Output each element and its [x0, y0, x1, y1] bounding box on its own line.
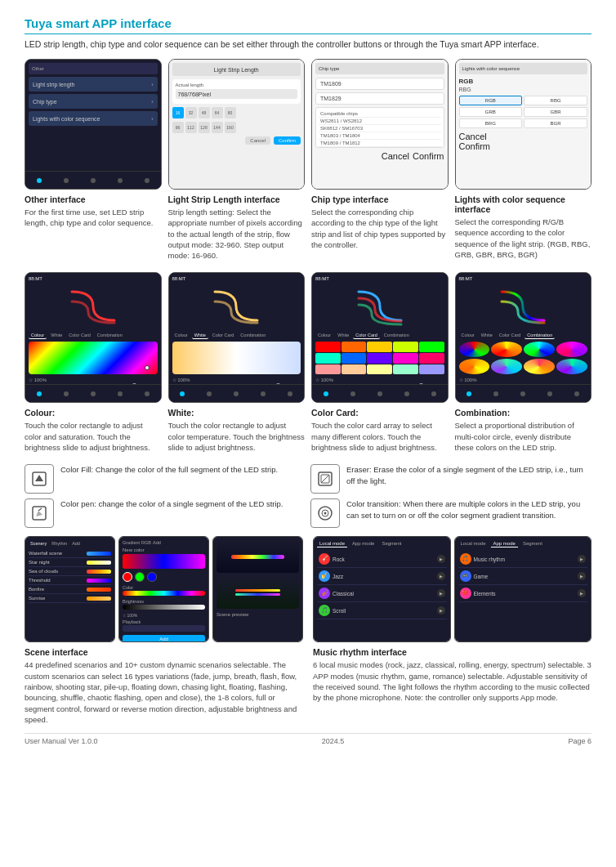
- edit-tab-add[interactable]: Add: [153, 540, 161, 545]
- seq-cancel-btn[interactable]: Cancel: [459, 132, 588, 141]
- cc-cell-5[interactable]: [419, 342, 444, 352]
- tab-color-card[interactable]: Color Card: [66, 332, 93, 339]
- app-tab-segment[interactable]: Segment: [520, 540, 545, 547]
- cc-cell-10[interactable]: [419, 353, 444, 364]
- seq-confirm-btn[interactable]: Confirm: [459, 141, 588, 151]
- edit-hue-slider[interactable]: [123, 591, 205, 596]
- pixel-opt-9[interactable]: 144: [212, 122, 223, 133]
- app-tab-local[interactable]: Local mode: [458, 540, 489, 547]
- pixel-opt-4[interactable]: 64: [212, 107, 223, 118]
- cc-cell-13[interactable]: [367, 364, 392, 375]
- combotab-colour[interactable]: Colour: [459, 332, 477, 339]
- combo-circle-6[interactable]: [491, 359, 522, 374]
- combo-percent: ☆ 100%: [459, 377, 588, 382]
- music-tab-app[interactable]: App mode: [350, 540, 377, 547]
- combo-circle-5[interactable]: [459, 359, 490, 374]
- pixel-opt-1[interactable]: 16: [172, 107, 184, 118]
- wtab-combination[interactable]: Combination: [238, 332, 268, 339]
- cc-cell-15[interactable]: [419, 364, 444, 375]
- combotab-white[interactable]: White: [479, 332, 495, 339]
- cc-cell-1[interactable]: [315, 342, 341, 352]
- cc-cell-8[interactable]: [367, 353, 392, 364]
- combo-circle-3[interactable]: [524, 342, 555, 357]
- pixel-opt-3[interactable]: 48: [199, 107, 210, 118]
- screen-scene-preview: Scene preview: [213, 537, 302, 641]
- seq-gbr[interactable]: GBR: [524, 107, 587, 117]
- cc-cell-2[interactable]: [341, 342, 367, 352]
- cc-cell-12[interactable]: [341, 364, 367, 375]
- card-other-interface: Other Light strip length › Chip type › L…: [25, 59, 162, 261]
- seq-bgr[interactable]: BGR: [524, 118, 587, 128]
- app-tab-app[interactable]: App mode: [491, 540, 518, 547]
- colour-wheel[interactable]: [29, 342, 158, 374]
- phone-combination: 88:MT: [455, 272, 592, 403]
- pixel-opt-7[interactable]: 112: [185, 122, 197, 133]
- seq-grb[interactable]: GRB: [459, 107, 523, 117]
- combo-circle-1[interactable]: [459, 342, 490, 357]
- cctab-white[interactable]: White: [335, 332, 351, 339]
- edit-dot-green[interactable]: [135, 572, 145, 582]
- card-title-strip: Light Strip Length interface: [168, 194, 306, 204]
- cc-cell-7[interactable]: [341, 353, 367, 364]
- colour-nav-1: [37, 391, 42, 396]
- strip-length-cancel-btn[interactable]: Cancel: [245, 136, 270, 145]
- pixel-opt-10[interactable]: 160: [225, 122, 236, 133]
- jazz-play-btn[interactable]: ▶: [437, 572, 445, 580]
- rock-play-btn[interactable]: ▶: [437, 555, 445, 563]
- seq-rgb[interactable]: RGB: [459, 96, 523, 105]
- tab-white[interactable]: White: [48, 332, 65, 339]
- scene-tab-add[interactable]: Add: [70, 540, 82, 547]
- seq-brg[interactable]: BRG: [459, 118, 523, 128]
- cc-cell-14[interactable]: [393, 364, 418, 375]
- cc-cell-3[interactable]: [367, 342, 392, 352]
- wtab-colour[interactable]: Colour: [172, 332, 190, 339]
- jazz-label: Jazz: [333, 574, 343, 579]
- chip-confirm-btn[interactable]: Confirm: [413, 151, 444, 161]
- wtab-white[interactable]: White: [192, 332, 208, 339]
- music-tab-local[interactable]: Local mode: [317, 540, 347, 547]
- cc-cell-11[interactable]: [315, 364, 341, 375]
- combo-circle-4[interactable]: [556, 342, 587, 357]
- combo-circle-8[interactable]: [556, 359, 587, 374]
- edit-playback-bar[interactable]: [123, 625, 205, 632]
- tab-combination[interactable]: Combination: [95, 332, 125, 339]
- music-tab-segment[interactable]: Segment: [379, 540, 404, 547]
- seq-rbg[interactable]: RBG: [524, 96, 587, 105]
- scene-vis-3: [87, 570, 111, 574]
- edit-tab-gradient[interactable]: Gradient: [123, 540, 140, 545]
- cc-cell-6[interactable]: [315, 353, 341, 364]
- rhythm-play-btn[interactable]: ▶: [578, 555, 586, 563]
- scene-tab-scene[interactable]: Scenery: [29, 540, 48, 547]
- wtab-color-card[interactable]: Color Card: [210, 332, 237, 339]
- scroll-play-btn[interactable]: ▶: [437, 606, 445, 614]
- cctab-combination[interactable]: Combination: [382, 332, 412, 339]
- pixel-opt-5[interactable]: 80: [225, 107, 236, 118]
- combo-circle-2[interactable]: [491, 342, 522, 357]
- edit-brightness-bar[interactable]: [123, 605, 205, 610]
- cctab-colour[interactable]: Colour: [315, 332, 333, 339]
- edit-tab-rgb[interactable]: RGB: [141, 540, 151, 545]
- romance-play-btn[interactable]: ▶: [578, 589, 586, 597]
- edit-dot-blue[interactable]: [147, 572, 157, 582]
- combotab-combination[interactable]: Combination: [524, 332, 555, 339]
- edit-dot-red[interactable]: [123, 572, 132, 582]
- pixel-opt-8[interactable]: 128: [199, 122, 210, 133]
- colour-led-svg: [64, 284, 123, 328]
- tab-colour[interactable]: Colour: [29, 332, 47, 339]
- strip-length-confirm-btn[interactable]: Confirm: [274, 136, 301, 145]
- chip-cancel-btn[interactable]: Cancel: [382, 151, 409, 161]
- combo-circle-7[interactable]: [524, 359, 555, 374]
- nav-dot-1: [37, 178, 42, 183]
- pixel-opt-2[interactable]: 32: [185, 107, 197, 118]
- cc-cell-4[interactable]: [393, 342, 418, 352]
- pixel-opt-6[interactable]: 96: [172, 122, 184, 133]
- scene-tab-rhythm[interactable]: Rhythm: [50, 540, 69, 547]
- edit-add-btn[interactable]: Add: [123, 635, 205, 642]
- white-temp-slider[interactable]: [172, 342, 301, 374]
- cctab-color-card[interactable]: Color Card: [353, 332, 380, 339]
- classical-play-btn[interactable]: ▶: [437, 589, 445, 597]
- game-play-btn[interactable]: ▶: [578, 572, 586, 580]
- cc-top-bar: 88:MT: [315, 276, 444, 281]
- cc-cell-9[interactable]: [393, 353, 418, 364]
- combotab-color-card[interactable]: Color Card: [497, 332, 524, 339]
